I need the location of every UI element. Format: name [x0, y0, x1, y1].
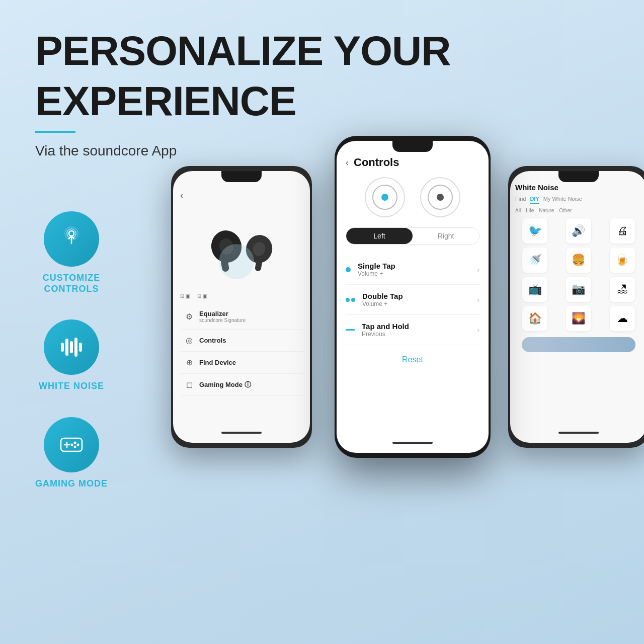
menu-row-equalizer[interactable]: ⚙ Equalizer soundcore Signature — [180, 304, 303, 330]
tap-hold-info: Tap and Hold Previous — [362, 322, 409, 338]
double-tap-sub: Volume + — [362, 300, 403, 307]
controls-text: Controls — [199, 337, 226, 344]
left-phone-content: ‹ — [173, 171, 310, 443]
left-button[interactable]: Left — [346, 228, 413, 244]
phone-back-right-screen: White Noise Find DIY My White Noise All … — [510, 171, 644, 443]
single-tap-label: Single Tap — [358, 262, 395, 270]
battery-row: ⊡ ▣ ⊡ ▣ — [180, 293, 303, 299]
back-arrow-icon[interactable]: ‹ — [346, 157, 349, 168]
wn-sub-all[interactable]: All — [515, 208, 521, 213]
wn-bottom-button[interactable] — [522, 337, 636, 352]
left-nav-bar: ‹ — [180, 186, 303, 209]
wn-cell-6[interactable]: 🍺 — [602, 248, 642, 273]
wn-cell-12[interactable]: ☁ — [602, 306, 642, 331]
feature-white-noise: WHITE NOISE — [35, 319, 108, 392]
waveform-icon — [58, 334, 85, 361]
double-tap-label: Double Tap — [362, 292, 403, 300]
single-tap-dot — [346, 267, 351, 272]
single-tap-row[interactable]: Single Tap Volume + › — [346, 255, 479, 285]
earbuds-icons-row — [346, 177, 479, 217]
tap-hold-row[interactable]: Tap and Hold Previous › — [346, 315, 479, 345]
wn-sub-life[interactable]: Life — [526, 208, 534, 213]
wn-cell-9[interactable]: 🏖 — [602, 277, 642, 302]
headline-line1: PERSONALIZE YOUR — [35, 30, 609, 71]
double-tap-dots — [346, 298, 355, 302]
wn-tab-diy[interactable]: DIY — [530, 196, 539, 204]
wn-cell-1[interactable]: 🐦 — [515, 218, 555, 244]
gamepad-icon — [57, 430, 86, 459]
left-earbud-inner — [372, 185, 397, 210]
white-noise-circle — [44, 319, 99, 375]
svg-rect-5 — [70, 341, 73, 353]
svg-point-13 — [74, 445, 76, 448]
svg-rect-4 — [65, 339, 68, 356]
wn-icon-shower: 🚿 — [522, 248, 547, 273]
wn-cell-11[interactable]: 🌄 — [559, 306, 599, 331]
wn-icon-print: 🖨 — [610, 218, 635, 244]
single-tap-chevron: › — [477, 266, 479, 274]
equalizer-icon: ⚙ — [184, 312, 194, 321]
svg-point-21 — [219, 244, 254, 279]
menu-row-find-device[interactable]: ⊕ Find Device — [180, 352, 303, 374]
wn-tab-find[interactable]: Find — [515, 196, 526, 204]
wn-cell-5[interactable]: 🍔 — [559, 248, 599, 273]
right-earbud-dot — [437, 194, 444, 201]
svg-rect-6 — [74, 338, 77, 357]
svg-point-11 — [74, 441, 76, 444]
headline-line2: EXPERIENCE — [35, 80, 609, 122]
wn-cell-3[interactable]: 🖨 — [602, 218, 642, 244]
double-tap-row[interactable]: Double Tap Volume + › — [346, 285, 479, 315]
wn-cell-8[interactable]: 📷 — [559, 277, 599, 302]
customize-controls-label: CUSTOMIZECONTROLS — [43, 273, 101, 294]
earbuds-image — [180, 209, 303, 289]
headline: PERSONALIZE YOUR EXPERIENCE — [35, 30, 609, 122]
svg-rect-3 — [61, 343, 64, 352]
phone-back-right-home — [558, 432, 599, 434]
find-device-text: Find Device — [199, 359, 236, 366]
gaming-mode-circle — [44, 417, 99, 472]
phone-back-left-screen: ‹ — [173, 171, 310, 443]
center-phone-content: ‹ Controls — [337, 141, 489, 453]
wn-icon-house: 🏠 — [522, 306, 547, 331]
white-noise-header: White Noise — [515, 183, 642, 192]
main-container: PERSONALIZE YOUR EXPERIENCE Via the soun… — [0, 0, 644, 644]
wn-cell-7[interactable]: 📺 — [515, 277, 555, 302]
tap-hold-chevron: › — [477, 326, 479, 334]
wn-sub-other[interactable]: Other — [559, 208, 572, 213]
tap-hold-label: Tap and Hold — [362, 322, 409, 331]
white-noise-label: WHITE NOISE — [39, 381, 104, 392]
phone-back-right-notch — [558, 171, 599, 182]
features-column: CUSTOMIZECONTROLS WHITE NOISE — [35, 211, 108, 489]
gaming-menu-icon: ◻ — [184, 380, 194, 389]
wn-icon-tv: 📺 — [522, 277, 547, 302]
double-dot-2 — [351, 298, 355, 302]
left-earbud-dot — [381, 194, 388, 201]
wn-icon-grid: 🐦 🔊 🖨 🚿 🍔 🍺 📺 📷 🏖 🏠 🌄 ☁ — [515, 218, 642, 331]
wn-icon-speaker: 🔊 — [566, 218, 591, 244]
left-earbud-icon — [365, 177, 405, 217]
phone-center: ‹ Controls — [335, 136, 491, 458]
wn-cell-2[interactable]: 🔊 — [559, 218, 599, 244]
single-tap-sub: Volume + — [358, 270, 395, 277]
svg-point-12 — [77, 443, 79, 446]
wn-tab-my[interactable]: My White Noise — [543, 196, 582, 204]
equalizer-text: Equalizer soundcore Signature — [199, 310, 246, 323]
double-tap-info: Double Tap Volume + — [362, 292, 403, 307]
earbuds-svg — [196, 216, 287, 282]
wn-cell-10[interactable]: 🏠 — [515, 306, 555, 331]
gaming-mode-label: GAMING MODE — [35, 478, 108, 490]
reset-button[interactable]: Reset — [346, 355, 479, 364]
phone-back-left-home — [221, 432, 262, 434]
controls-header: ‹ Controls — [346, 156, 479, 169]
menu-row-controls[interactable]: ◎ Controls — [180, 330, 303, 352]
wn-cell-4[interactable]: 🚿 — [515, 248, 555, 273]
wn-icon-food: 🍔 — [566, 248, 591, 273]
phone-center-home — [392, 442, 433, 444]
menu-row-gaming[interactable]: ◻ Gaming Mode ⓘ — [180, 374, 303, 396]
wn-sub-nature[interactable]: Nature — [539, 208, 554, 213]
phones-container: ‹ — [171, 136, 644, 589]
wn-sub-tabs: All Life Nature Other — [515, 208, 642, 213]
wn-icon-cloud: ☁ — [610, 306, 635, 331]
left-phone-menu: ⚙ Equalizer soundcore Signature ◎ Contro… — [180, 304, 303, 396]
right-button[interactable]: Right — [413, 228, 479, 244]
